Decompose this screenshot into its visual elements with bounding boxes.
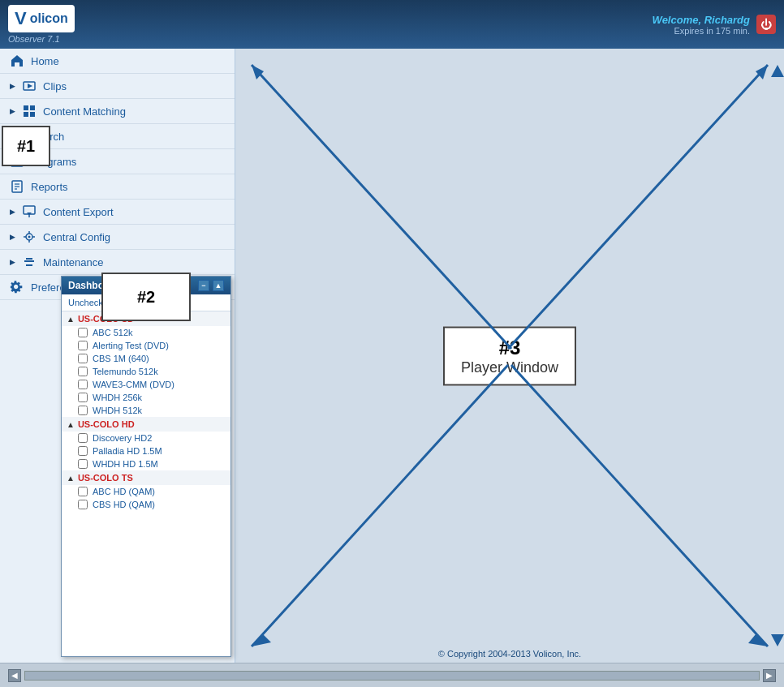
sidebar-item-home[interactable]: Home xyxy=(0,49,235,74)
sidebar-item-maintenance-label: Maintenance xyxy=(43,256,103,268)
player-area: #3 Player Window © Copyright 2004-2013 V… xyxy=(235,49,784,663)
dashboard-maximize-button[interactable]: ▲ xyxy=(213,280,224,291)
checkbox-abc512k[interactable] xyxy=(78,328,88,337)
sidebar-item-ce-label: Content Export xyxy=(43,206,114,218)
svg-rect-25 xyxy=(26,258,32,260)
dashboard-panel: Dashboard − ▲ Uncheck All ▲ US-COLO SD A… xyxy=(61,276,231,657)
content-matching-icon xyxy=(22,104,37,118)
preferences-icon xyxy=(10,280,24,294)
checkbox-alerting[interactable] xyxy=(78,341,88,350)
expires-text: Expires in 175 min. xyxy=(653,26,750,36)
dashboard-list: ▲ US-COLO SD ABC 512k Alerting Test (DVD… xyxy=(62,311,230,656)
svg-marker-35 xyxy=(771,65,784,77)
item-label-telemundo: Telemundo 512k xyxy=(93,367,158,376)
player-window: #3 Player Window xyxy=(443,326,576,385)
dashboard-group-ts: ▲ US-COLO TS ABC HD (QAM) CBS HD (QAM) xyxy=(62,470,230,511)
logo-box: V olicon xyxy=(8,5,75,32)
dashboard-item-palladia: Palladia HD 1.5M xyxy=(62,444,230,457)
checkbox-cbshd-qam[interactable] xyxy=(78,500,88,509)
logo-subtitle: Observer 7.1 xyxy=(8,34,60,44)
dashboard-item-cbs1m: CBS 1M (640) xyxy=(62,352,230,365)
power-button[interactable]: ⏻ xyxy=(756,15,776,34)
central-config-icon xyxy=(22,230,37,244)
dashboard-group-hd-header[interactable]: ▲ US-COLO HD xyxy=(62,417,230,432)
main-content: #3 Player Window © Copyright 2004-2013 V… xyxy=(235,49,784,663)
collapse-icon-hd: ▲ xyxy=(67,420,75,429)
checkbox-abchd-qam[interactable] xyxy=(78,487,88,496)
group-ts-label: US-COLO TS xyxy=(78,473,133,483)
item-label-whdh512k: WHDH 512k xyxy=(93,406,142,415)
footer-scroll-right-button[interactable]: ▶ xyxy=(763,669,776,682)
logo-area: V olicon Observer 7.1 xyxy=(8,5,75,44)
welcome-text: Welcome, Richardg Expires in 175 min. xyxy=(653,14,750,36)
item-label-abchd-qam: ABC HD (QAM) xyxy=(93,487,155,496)
svg-marker-36 xyxy=(771,634,784,646)
sidebar-item-clips[interactable]: ▶ Clips xyxy=(0,74,235,99)
sidebar-item-content-matching[interactable]: ▶ Content Matching xyxy=(0,99,235,124)
checkbox-palladia[interactable] xyxy=(78,446,88,456)
item-label-whdhhd: WHDH HD 1.5M xyxy=(93,459,158,469)
content-export-icon xyxy=(22,204,37,219)
dashboard-item-whdh256k: WHDH 256k xyxy=(62,391,230,404)
sidebar-item-reports[interactable]: Reports xyxy=(0,174,235,200)
cc-expand-icon: ▶ xyxy=(10,233,15,241)
svg-point-19 xyxy=(28,236,31,238)
dashboard-minimize-button[interactable]: − xyxy=(198,280,209,291)
clips-expand-icon: ▶ xyxy=(10,82,15,90)
svg-marker-34 xyxy=(748,634,768,646)
ce-expand-icon: ▶ xyxy=(10,208,15,216)
annotation-2: #2 xyxy=(101,273,191,321)
app-footer: ◀ ▶ xyxy=(0,663,784,687)
checkbox-wave3[interactable] xyxy=(78,380,88,389)
item-label-discovery: Discovery HD2 xyxy=(93,433,152,443)
sidebar-item-reports-label: Reports xyxy=(31,181,68,193)
checkbox-whdhhd[interactable] xyxy=(78,459,88,469)
collapse-icon-sd: ▲ xyxy=(67,315,75,324)
item-label-abc512k: ABC 512k xyxy=(93,328,133,337)
dashboard-item-abc512k: ABC 512k xyxy=(62,326,230,339)
logo-text: olicon xyxy=(30,11,68,26)
svg-rect-3 xyxy=(30,105,35,110)
checkbox-telemundo[interactable] xyxy=(78,367,88,376)
maint-expand-icon: ▶ xyxy=(10,258,15,266)
sidebar-item-content-export[interactable]: ▶ Content Export xyxy=(0,200,235,225)
svg-rect-24 xyxy=(24,260,34,262)
svg-line-28 xyxy=(508,65,768,349)
annotation-3: #3 xyxy=(461,336,558,359)
sidebar-item-central-config[interactable]: ▶ Central Config xyxy=(0,225,235,250)
dashboard-item-abchd-qam: ABC HD (QAM) xyxy=(62,485,230,498)
cm-expand-icon: ▶ xyxy=(10,107,15,115)
dashboard-item-telemundo: Telemundo 512k xyxy=(62,365,230,378)
sidebar-item-home-label: Home xyxy=(31,55,59,67)
logo-v-letter: V xyxy=(15,8,27,29)
checkbox-discovery[interactable] xyxy=(78,433,88,443)
item-label-cbs1m: CBS 1M (640) xyxy=(93,354,149,363)
svg-line-27 xyxy=(252,65,511,349)
svg-rect-2 xyxy=(24,105,28,110)
checkbox-whdh512k[interactable] xyxy=(78,406,88,415)
dashboard-group-hd: ▲ US-COLO HD Discovery HD2 Palladia HD 1… xyxy=(62,417,230,470)
sidebar-item-clips-label: Clips xyxy=(43,80,67,92)
footer-scrollbar[interactable] xyxy=(24,671,760,681)
dashboard-item-wave3: WAVE3-CMM (DVD) xyxy=(62,378,230,391)
clips-icon xyxy=(22,79,37,93)
collapse-icon-ts: ▲ xyxy=(67,474,75,483)
checkbox-cbs1m[interactable] xyxy=(78,354,88,363)
svg-marker-31 xyxy=(252,65,264,79)
svg-marker-1 xyxy=(28,84,32,88)
checkbox-whdh256k[interactable] xyxy=(78,393,88,402)
svg-line-29 xyxy=(252,365,508,646)
app-header: V olicon Observer 7.1 Welcome, Richardg … xyxy=(0,0,784,49)
sidebar-item-maintenance[interactable]: ▶ Maintenance xyxy=(0,250,235,275)
reports-icon xyxy=(10,179,24,194)
footer-scroll-left-button[interactable]: ◀ xyxy=(8,669,21,682)
annotation-1: #1 xyxy=(2,126,50,166)
item-label-wave3: WAVE3-CMM (DVD) xyxy=(93,380,174,389)
dashboard-item-whdh512k: WHDH 512k xyxy=(62,404,230,417)
maintenance-icon xyxy=(22,255,37,269)
dashboard-item-cbshd-qam: CBS HD (QAM) xyxy=(62,498,230,511)
sidebar-item-cc-label: Central Config xyxy=(43,231,110,243)
dashboard-group-ts-header[interactable]: ▲ US-COLO TS xyxy=(62,470,230,485)
copyright-text: © Copyright 2004-2013 Volicon, Inc. xyxy=(235,649,784,659)
item-label-cbshd-qam: CBS HD (QAM) xyxy=(93,500,155,509)
